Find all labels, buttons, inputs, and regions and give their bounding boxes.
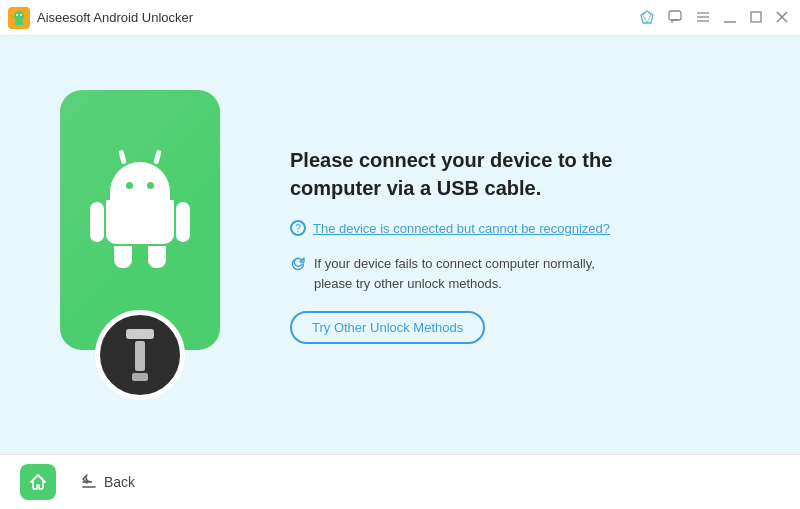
- footer: Back: [0, 454, 800, 509]
- title-bar-left: Aiseesoft Android Unlocker: [8, 7, 193, 29]
- try-other-unlock-button[interactable]: Try Other Unlock Methods: [290, 311, 485, 344]
- robot-head: [110, 162, 170, 200]
- main-heading: Please connect your device to the comput…: [290, 146, 630, 202]
- robot-leg-right: [148, 246, 166, 268]
- right-panel: Please connect your device to the comput…: [290, 146, 760, 344]
- home-button[interactable]: [20, 464, 56, 500]
- title-bar-controls: [638, 8, 790, 28]
- back-label: Back: [104, 474, 135, 490]
- back-icon: [80, 473, 98, 491]
- robot-arm-right: [176, 202, 190, 242]
- android-robot: [106, 162, 174, 268]
- usb-cable: [126, 329, 154, 381]
- usb-circle: [95, 310, 185, 400]
- robot-leg-left: [114, 246, 132, 268]
- help-link-row: ? The device is connected but cannot be …: [290, 220, 760, 236]
- app-title: Aiseesoft Android Unlocker: [37, 10, 193, 25]
- title-bar: Aiseesoft Android Unlocker: [0, 0, 800, 36]
- question-icon: ?: [290, 220, 306, 236]
- svg-rect-6: [669, 11, 681, 20]
- menu-button[interactable]: [694, 9, 712, 27]
- help-link[interactable]: The device is connected but cannot be re…: [313, 221, 610, 236]
- info-row: If your device fails to connect computer…: [290, 254, 760, 293]
- robot-eye-left: [126, 182, 133, 189]
- robot-eyes: [126, 182, 154, 189]
- gem-button[interactable]: [638, 8, 656, 28]
- phone-illustration: [40, 90, 240, 400]
- svg-point-3: [16, 14, 18, 16]
- maximize-button[interactable]: [748, 9, 764, 27]
- robot-legs: [114, 246, 166, 268]
- usb-shaft: [135, 341, 145, 371]
- refresh-icon: [290, 256, 306, 272]
- info-text: If your device fails to connect computer…: [314, 254, 634, 293]
- back-button[interactable]: Back: [70, 468, 145, 496]
- svg-point-4: [20, 14, 22, 16]
- chat-button[interactable]: [666, 8, 684, 28]
- robot-eye-right: [147, 182, 154, 189]
- svg-marker-5: [641, 11, 653, 23]
- svg-rect-2: [15, 20, 23, 25]
- svg-rect-11: [751, 12, 761, 22]
- main-content: Please connect your device to the comput…: [0, 36, 800, 454]
- usb-tip: [132, 373, 148, 381]
- close-button[interactable]: [774, 9, 790, 27]
- usb-head: [126, 329, 154, 339]
- minimize-button[interactable]: [722, 9, 738, 27]
- robot-body: [106, 200, 174, 244]
- app-icon: [8, 7, 30, 29]
- svg-point-1: [14, 11, 24, 21]
- robot-arm-left: [90, 202, 104, 242]
